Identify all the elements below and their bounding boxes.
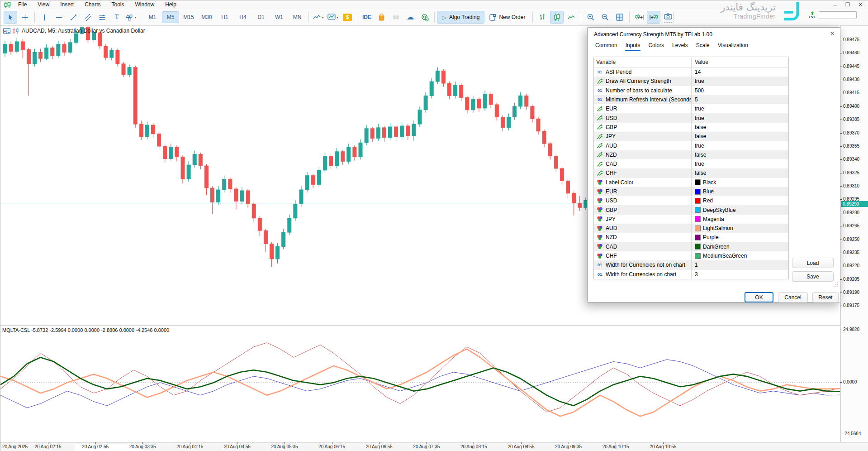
algo-trading-button[interactable]: ▷ Algo Trading [437,11,484,24]
param-row[interactable]: 01Minimum Refresh Interval (Seconds)5 [594,95,788,104]
tab-levels[interactable]: Levels [668,40,692,51]
timeframe-M30[interactable]: M30 [198,11,215,23]
timeframe-M5[interactable]: M5 [162,11,179,23]
cursor-tool-button[interactable] [4,11,17,24]
channel-tool-button[interactable] [81,11,95,24]
community-button[interactable] [418,11,432,24]
param-value-cell[interactable]: 14 [692,67,788,77]
menu-help[interactable]: Help [160,0,182,9]
reset-button[interactable]: Reset [812,292,839,302]
param-row[interactable]: AUDLightSalmon [594,224,788,233]
indicators-dropdown-button[interactable]: ▾ [326,11,340,24]
param-row[interactable]: 01Number of bars to calculate500 [594,86,788,95]
param-row[interactable]: CADtrue [594,159,788,168]
param-row[interactable]: EURBlue [594,187,788,196]
menu-window[interactable]: Window [130,0,160,9]
auto-scroll-button[interactable] [632,11,646,24]
cancel-button[interactable]: Cancel [778,292,808,302]
param-value-cell[interactable]: true [692,159,788,168]
param-row[interactable]: USDtrue [594,113,788,122]
menu-insert[interactable]: Insert [55,0,79,9]
metaeditor-ide-button[interactable]: IDE [360,11,374,24]
param-row[interactable]: Draw All Currency Strengthtrue [594,77,788,86]
param-row[interactable]: CHFMediumSeaGreen [594,251,788,260]
param-value-cell[interactable]: 5 [692,95,788,104]
new-order-button[interactable]: New Order [484,11,530,24]
param-value-cell[interactable]: false [692,168,788,178]
resize-grip[interactable] [834,280,839,288]
param-row[interactable]: JPYfalse [594,132,788,141]
chart-type-dropdown-button[interactable]: ▾ [312,11,325,24]
param-row[interactable]: NZDPurple [594,233,788,242]
param-value-cell[interactable]: false [692,132,788,141]
param-value-cell[interactable]: true [692,104,788,113]
timeframe-W1[interactable]: W1 [270,11,288,23]
close-button[interactable]: ✕ [854,0,867,9]
bar-chart-mode-button[interactable] [536,11,549,24]
param-value-cell[interactable]: DarkGreen [692,242,788,251]
market-button[interactable] [375,11,388,24]
param-row[interactable]: 01ASI Period14 [594,67,788,77]
param-value-cell[interactable]: LightSalmon [692,224,788,233]
menu-file[interactable]: File [13,0,32,9]
zoom-in-button[interactable] [584,11,598,24]
param-value-cell[interactable]: 500 [692,86,788,95]
zoom-out-button[interactable] [598,11,612,24]
timeframe-D1[interactable]: D1 [252,11,270,23]
candlestick-mode-button[interactable] [550,11,564,24]
timeframe-MN[interactable]: MN [289,11,306,23]
param-value-cell[interactable]: true [692,141,788,150]
timeframe-H1[interactable]: H1 [216,11,233,23]
tab-scale[interactable]: Scale [692,40,714,51]
param-row[interactable]: USDRed [594,196,788,205]
ok-button[interactable]: OK [745,292,773,302]
shapes-tool-button[interactable]: ▾ [124,11,138,24]
param-row[interactable]: AUDtrue [594,141,788,150]
param-value-cell[interactable]: DeepSkyBlue [692,205,788,214]
timeframe-H4[interactable]: H4 [234,11,251,23]
param-value-cell[interactable]: true [692,77,788,86]
param-row[interactable]: NZDfalse [594,150,788,159]
tab-colors[interactable]: Colors [644,40,668,51]
param-row[interactable]: 01Width for Currencies not on chart1 [594,260,788,269]
menu-charts[interactable]: Charts [79,0,106,9]
save-button[interactable]: Save [792,271,834,282]
line-chart-mode-button[interactable] [564,11,578,24]
param-value-cell[interactable]: Red [692,196,788,205]
param-row[interactable]: CHFfalse [594,168,788,178]
param-value-cell[interactable]: MediumSeaGreen [692,251,788,260]
text-tool-button[interactable]: T [110,11,123,24]
param-row[interactable]: Label ColorBlack [594,178,788,187]
time-axis[interactable]: 20 Aug 202520 Aug 02:1520 Aug 02:5520 Au… [0,442,868,451]
param-row[interactable]: 01Width for Currencies on chart3 [594,270,788,279]
price-axis[interactable]: 0.894750.894600.894450.894300.894150.894… [840,26,868,442]
dialog-close-icon[interactable]: ✕ [830,30,835,37]
minimize-button[interactable]: – [829,0,841,9]
tab-visualization[interactable]: Visualization [714,40,752,51]
param-value-cell[interactable]: true [692,113,788,122]
tab-common[interactable]: Common [591,40,621,51]
screenshot-button[interactable] [663,12,674,23]
param-value-cell[interactable]: Blue [692,187,788,196]
indicator-subwindow[interactable]: MQLTA-CSL -5.8732 -2.5994 0.0000 0.0000 … [0,326,840,442]
param-value-cell[interactable]: false [692,150,788,159]
param-row[interactable]: GBPDeepSkyBlue [594,205,788,214]
param-value-cell[interactable]: 1 [692,260,788,269]
vertical-line-tool-button[interactable] [38,11,51,24]
horizontal-line-tool-button[interactable] [52,11,66,24]
tile-windows-button[interactable] [613,11,626,24]
restore-button[interactable]: ❐ [841,0,854,9]
signals-button[interactable]: ((o)) [389,11,403,24]
timeframe-M15[interactable]: M15 [180,11,197,23]
fibonacci-tool-button[interactable] [95,11,109,24]
param-value-cell[interactable]: Purple [692,233,788,242]
menu-tools[interactable]: Tools [106,0,130,9]
load-button[interactable]: Load [792,258,834,268]
param-value-cell[interactable]: Black [692,178,788,187]
param-value-cell[interactable]: Magenta [692,215,788,224]
crosshair-tool-button[interactable] [18,11,32,24]
trendline-tool-button[interactable] [66,11,80,24]
param-row[interactable]: JPYMagenta [594,215,788,224]
menu-view[interactable]: View [32,0,55,9]
chart-shift-button[interactable] [647,11,660,24]
